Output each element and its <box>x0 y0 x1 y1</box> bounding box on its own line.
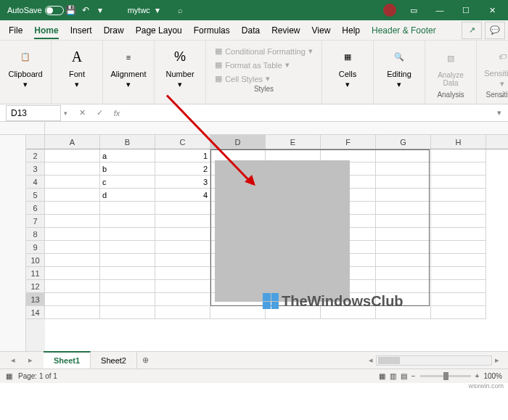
font-button[interactable]: A Font ▾ <box>56 44 98 91</box>
row-header[interactable]: 6 <box>26 202 45 215</box>
account-button[interactable] <box>383 4 396 17</box>
cell[interactable]: 3 <box>155 176 210 189</box>
undo-icon[interactable]: ↶ <box>78 5 93 15</box>
toggle-off-icon[interactable] <box>45 6 64 15</box>
page-count: Page: 1 of 1 <box>18 372 57 380</box>
tab-formulas[interactable]: Formulas <box>188 20 236 41</box>
tab-file[interactable]: File <box>3 20 28 41</box>
tab-review[interactable]: Review <box>266 20 306 41</box>
new-sheet-button[interactable]: ⊕ <box>137 355 155 365</box>
zoom-out-button[interactable]: − <box>411 372 416 380</box>
row-header[interactable]: 3 <box>26 162 45 176</box>
tab-insert[interactable]: Insert <box>65 20 98 41</box>
tab-page-layout[interactable]: Page Layou <box>130 20 188 41</box>
col-header[interactable]: H <box>431 135 486 149</box>
enter-formula-button[interactable]: ✓ <box>91 105 108 121</box>
tab-view[interactable]: View <box>306 20 337 41</box>
cell[interactable]: d <box>100 189 155 202</box>
autosave-label: AutoSave <box>7 6 42 15</box>
format-as-table-button[interactable]: ▦Format as Table ▾ <box>210 59 317 71</box>
namebox-dropdown-icon[interactable]: ▾ <box>64 110 67 117</box>
alignment-icon: ≡ <box>126 46 131 68</box>
row-header[interactable]: 4 <box>26 176 45 189</box>
zoom-in-button[interactable]: + <box>475 372 480 380</box>
col-header[interactable]: D <box>210 135 266 149</box>
search-button[interactable]: ⌕ <box>178 6 183 15</box>
tab-data[interactable]: Data <box>236 20 266 41</box>
row-header[interactable]: 14 <box>26 306 45 319</box>
cell-styles-button[interactable]: ▦Cell Styles ▾ <box>210 73 317 85</box>
collapse-ribbon-icon[interactable]: ⌃ <box>499 94 505 102</box>
filename-dropdown-icon[interactable]: ▾ <box>150 5 165 15</box>
cell[interactable]: b <box>100 162 155 176</box>
cell[interactable]: a <box>100 149 155 162</box>
col-header[interactable]: E <box>266 135 321 149</box>
sheet-nav-prev[interactable]: ◂ <box>4 353 22 368</box>
row-header[interactable]: 7 <box>26 215 45 228</box>
column-headers: A B C D E F G H <box>45 135 508 149</box>
number-button[interactable]: % Number ▾ <box>159 44 201 91</box>
row-header[interactable]: 8 <box>26 228 45 241</box>
tab-help[interactable]: Help <box>336 20 366 41</box>
row-header[interactable]: 13 <box>26 293 45 306</box>
row-header[interactable]: 5 <box>26 189 45 202</box>
sheet-tab-2[interactable]: Sheet2 <box>91 352 137 369</box>
cancel-formula-button[interactable]: ✕ <box>73 105 91 121</box>
group-editing: 🔍 Editing ▾ <box>374 41 425 104</box>
col-header[interactable]: G <box>376 135 431 149</box>
expand-formula-button[interactable]: ▾ <box>491 105 508 121</box>
col-header[interactable]: B <box>100 135 155 149</box>
row-header[interactable]: 10 <box>26 254 45 267</box>
sheet-tab-1[interactable]: Sheet1 <box>44 351 91 368</box>
select-all-corner[interactable] <box>26 135 45 149</box>
comments-button[interactable]: 💬 <box>485 22 505 39</box>
fx-button[interactable]: fx <box>108 105 126 121</box>
horizontal-scrollbar[interactable] <box>376 355 492 366</box>
qat-dropdown-icon[interactable]: ▾ <box>93 5 107 15</box>
minimize-button[interactable]: — <box>427 0 453 20</box>
scroll-right-button[interactable]: ▸ <box>492 355 502 365</box>
col-header[interactable]: C <box>155 135 210 149</box>
close-button[interactable]: ✕ <box>479 0 505 20</box>
analyze-icon: ▧ <box>447 48 454 70</box>
cell[interactable]: 4 <box>155 189 210 202</box>
row-header[interactable]: 11 <box>26 267 45 280</box>
alignment-button[interactable]: ≡ Alignment ▾ <box>107 44 149 91</box>
ribbon-mode-icon[interactable]: ▭ <box>401 0 427 20</box>
cells-button[interactable]: ▦ Cells ▾ <box>327 44 369 91</box>
sheet-nav-next[interactable]: ▸ <box>22 353 39 368</box>
col-header[interactable]: A <box>45 135 100 149</box>
row-header[interactable]: 2 <box>26 149 45 162</box>
page-layout-icon[interactable]: ▦ <box>6 372 12 380</box>
editing-button[interactable]: 🔍 Editing ▾ <box>378 44 420 91</box>
zoom-slider[interactable] <box>420 375 471 377</box>
grid[interactable]: A B C D E F G H a1 b2 c3 d4 TheW <box>45 135 508 351</box>
autosave-toggle[interactable]: AutoSave <box>7 6 64 15</box>
zoom-level[interactable]: 100% <box>483 372 502 380</box>
page-layout-view-button[interactable]: ▥ <box>390 372 396 380</box>
normal-view-button[interactable]: ▦ <box>379 372 385 380</box>
group-cells: ▦ Cells ▾ <box>322 41 374 104</box>
cell[interactable]: 2 <box>155 162 210 176</box>
save-icon[interactable]: 💾 <box>64 5 78 15</box>
maximize-button[interactable]: ☐ <box>453 0 479 20</box>
tab-home[interactable]: Home <box>28 20 64 41</box>
col-header[interactable]: F <box>321 135 376 149</box>
row-header[interactable]: 12 <box>26 280 45 293</box>
group-analysis: ▧ Analyze Data Analysis <box>425 41 477 104</box>
clipboard-button[interactable]: 📋 Clipboard ▾ <box>4 44 46 91</box>
tab-header-footer[interactable]: Header & Footer <box>366 20 442 41</box>
name-box[interactable]: D13 <box>6 105 61 121</box>
dropdown-icon: ▾ <box>75 80 79 89</box>
ribbon: 📋 Clipboard ▾ A Font ▾ ≡ Alignment ▾ % N… <box>0 41 508 104</box>
tab-draw[interactable]: Draw <box>98 20 130 41</box>
conditional-formatting-button[interactable]: ▦Conditional Formatting ▾ <box>210 45 317 57</box>
page-break-view-button[interactable]: ▤ <box>401 372 407 380</box>
cell[interactable]: c <box>100 176 155 189</box>
row-header[interactable]: 9 <box>26 241 45 254</box>
scroll-left-button[interactable]: ◂ <box>366 355 376 365</box>
analyze-data-button[interactable]: ▧ Analyze Data <box>430 44 472 91</box>
share-button[interactable]: ↗ <box>462 22 482 39</box>
sensitivity-button[interactable]: 🏷 Sensitivity ▾ <box>481 44 508 91</box>
cell[interactable]: 1 <box>155 149 210 162</box>
